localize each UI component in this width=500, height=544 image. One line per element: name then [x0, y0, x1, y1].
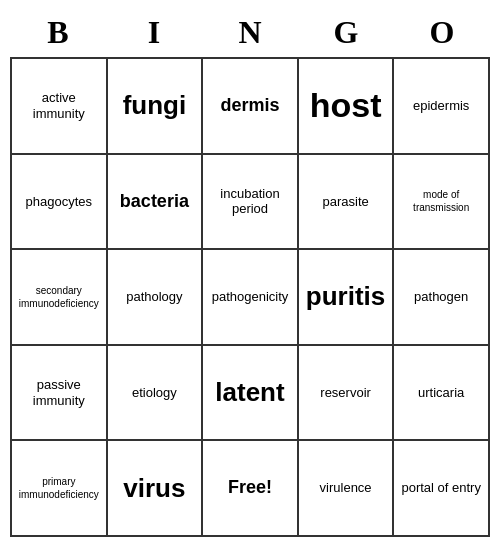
cell-text-r4-c4: portal of entry — [401, 480, 481, 496]
cell-text-r1-c2: incubation period — [207, 186, 293, 217]
cell-r1-c2: incubation period — [203, 155, 299, 251]
cell-text-r4-c3: virulence — [320, 480, 372, 496]
cell-text-r1-c1: bacteria — [120, 191, 189, 213]
cell-r0-c1: fungi — [108, 59, 204, 155]
cell-r4-c2: Free! — [203, 441, 299, 537]
cell-r0-c4: epidermis — [394, 59, 490, 155]
cell-r0-c2: dermis — [203, 59, 299, 155]
cell-text-r0-c1: fungi — [123, 90, 187, 121]
cell-r1-c1: bacteria — [108, 155, 204, 251]
cell-r1-c3: parasite — [299, 155, 395, 251]
cell-text-r2-c1: pathology — [126, 289, 182, 305]
cell-r3-c2: latent — [203, 346, 299, 442]
cell-text-r4-c0: primary immunodeficiency — [16, 475, 102, 501]
cell-r4-c4: portal of entry — [394, 441, 490, 537]
cell-text-r0-c2: dermis — [220, 95, 279, 117]
cell-text-r2-c4: pathogen — [414, 289, 468, 305]
cell-r2-c3: puritis — [299, 250, 395, 346]
cell-text-r2-c2: pathogenicity — [212, 289, 289, 305]
cell-text-r2-c0: secondary immunodeficiency — [16, 284, 102, 310]
cell-r2-c2: pathogenicity — [203, 250, 299, 346]
cell-text-r3-c4: urticaria — [418, 385, 464, 401]
cell-r2-c1: pathology — [108, 250, 204, 346]
cell-r1-c0: phagocytes — [12, 155, 108, 251]
header-letter-N: N — [202, 7, 298, 57]
cell-r2-c0: secondary immunodeficiency — [12, 250, 108, 346]
header-letter-O: O — [394, 7, 490, 57]
header-letter-G: G — [298, 7, 394, 57]
cell-text-r2-c3: puritis — [306, 281, 385, 312]
cell-text-r3-c3: reservoir — [320, 385, 371, 401]
cell-text-r3-c1: etiology — [132, 385, 177, 401]
bingo-header: BINGO — [10, 7, 490, 57]
cell-text-r3-c2: latent — [215, 377, 284, 408]
cell-r3-c3: reservoir — [299, 346, 395, 442]
cell-r4-c1: virus — [108, 441, 204, 537]
header-letter-B: B — [10, 7, 106, 57]
cell-text-r3-c0: passive immunity — [16, 377, 102, 408]
cell-text-r0-c0: active immunity — [16, 90, 102, 121]
cell-text-r4-c2: Free! — [228, 477, 272, 499]
cell-r3-c4: urticaria — [394, 346, 490, 442]
cell-r4-c0: primary immunodeficiency — [12, 441, 108, 537]
cell-text-r4-c1: virus — [123, 473, 185, 504]
header-letter-I: I — [106, 7, 202, 57]
cell-r4-c3: virulence — [299, 441, 395, 537]
cell-text-r1-c0: phagocytes — [26, 194, 93, 210]
cell-text-r1-c3: parasite — [322, 194, 368, 210]
cell-r0-c3: host — [299, 59, 395, 155]
bingo-card: BINGO active immunityfungidermishostepid… — [10, 7, 490, 537]
cell-text-r0-c4: epidermis — [413, 98, 469, 114]
cell-text-r0-c3: host — [310, 85, 382, 126]
cell-r2-c4: pathogen — [394, 250, 490, 346]
cell-r0-c0: active immunity — [12, 59, 108, 155]
cell-r1-c4: mode of transmission — [394, 155, 490, 251]
cell-r3-c0: passive immunity — [12, 346, 108, 442]
cell-r3-c1: etiology — [108, 346, 204, 442]
cell-text-r1-c4: mode of transmission — [398, 188, 484, 214]
bingo-grid: active immunityfungidermishostepidermisp… — [10, 57, 490, 537]
